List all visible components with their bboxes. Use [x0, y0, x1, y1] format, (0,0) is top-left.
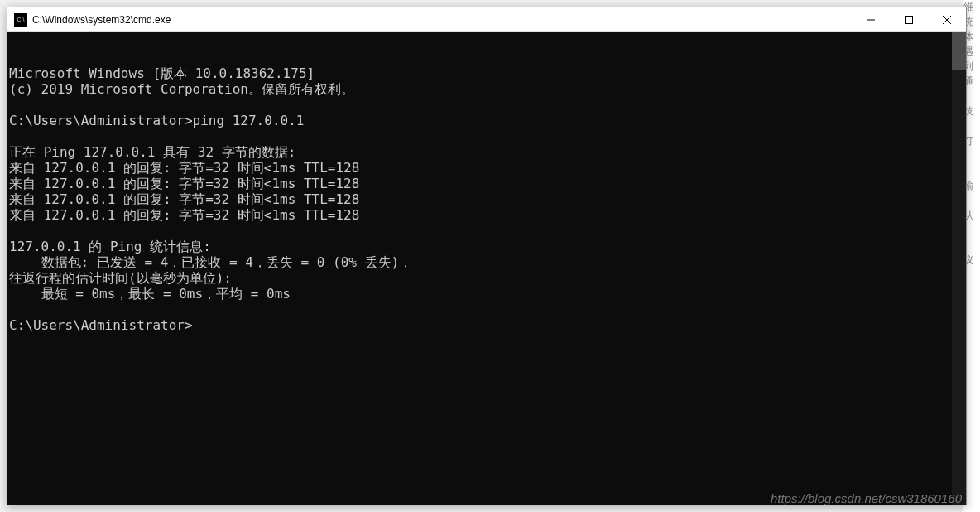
svg-rect-1	[906, 17, 913, 24]
console-line: 往返行程的估计时间(以毫秒为单位):	[9, 270, 966, 286]
maximize-button[interactable]	[890, 7, 928, 32]
window-controls	[852, 7, 966, 31]
close-button[interactable]	[928, 7, 966, 32]
cmd-window: C:\Windows\system32\cmd.exe Microsoft Wi…	[7, 7, 967, 505]
scrollbar[interactable]	[952, 32, 966, 505]
console-line: (c) 2019 Microsoft Corporation。保留所有权利。	[9, 81, 966, 97]
console-line: 来自 127.0.0.1 的回复: 字节=32 时间<1ms TTL=128	[9, 207, 966, 223]
console-line: Microsoft Windows [版本 10.0.18362.175]	[9, 65, 966, 81]
title-bar[interactable]: C:\Windows\system32\cmd.exe	[7, 7, 966, 32]
window-title: C:\Windows\system32\cmd.exe	[32, 14, 852, 26]
console-line: 127.0.0.1 的 Ping 统计信息:	[9, 239, 966, 254]
console-line: 数据包: 已发送 = 4，已接收 = 4，丢失 = 0 (0% 丢失)，	[9, 254, 966, 270]
console-line	[9, 128, 966, 144]
console-line	[9, 302, 966, 317]
console-line	[9, 223, 966, 239]
console-line: 来自 127.0.0.1 的回复: 字节=32 时间<1ms TTL=128	[9, 176, 966, 191]
cmd-icon	[14, 13, 27, 27]
console-line: 来自 127.0.0.1 的回复: 字节=32 时间<1ms TTL=128	[9, 160, 966, 176]
console-line: C:\Users\Administrator>	[9, 317, 966, 333]
scroll-thumb[interactable]	[952, 32, 966, 70]
console-line: 正在 Ping 127.0.0.1 具有 32 字节的数据:	[9, 144, 966, 160]
console-line: 最短 = 0ms，最长 = 0ms，平均 = 0ms	[9, 286, 966, 302]
minimize-button[interactable]	[852, 7, 890, 32]
console-line: C:\Users\Administrator>ping 127.0.0.1	[9, 113, 966, 128]
console-line: 来自 127.0.0.1 的回复: 字节=32 时间<1ms TTL=128	[9, 191, 966, 207]
console-line	[9, 97, 966, 113]
console-output[interactable]: Microsoft Windows [版本 10.0.18362.175](c)…	[7, 32, 966, 505]
